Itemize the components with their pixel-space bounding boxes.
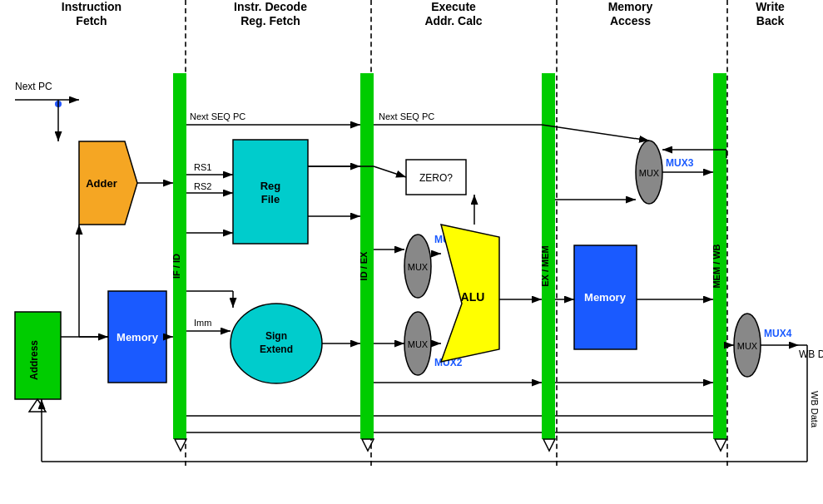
connections-svg: IF / ID ID / EX EX / MEM MEM / WB Adder … [0,0,823,504]
reg-file-label-1: Reg [260,180,281,192]
stage-if-header: InstructionFetch [8,0,175,28]
svg-point-14 [55,101,62,107]
svg-point-18 [404,235,431,298]
svg-rect-17 [406,160,466,195]
svg-rect-15 [233,140,308,244]
ex-mem-label: EX / MEM [540,245,550,287]
mux4-shape-label: MUX [737,341,758,351]
svg-marker-10 [79,141,137,225]
svg-rect-4 [542,73,555,439]
if-memory-label: Memory [117,331,159,343]
svg-line-35 [374,166,406,177]
divider-ex-mem [556,0,558,466]
svg-point-16 [231,304,322,383]
sign-extend-label-1: Sign [265,330,287,342]
imm-label: Imm [194,318,211,328]
svg-point-22 [636,141,662,204]
next-pc-label: Next PC [15,81,52,92]
pipeline-diagram: InstructionFetch Instr. DecodeReg. Fetch… [0,0,823,504]
next-seq-pc-2-label: Next SEQ PC [379,111,434,121]
mem-memory-label: Memory [584,291,627,304]
wb-data-vert: WB Data [810,391,820,428]
rs2-label: RS2 [194,181,211,191]
svg-marker-13 [29,399,46,412]
svg-line-28 [542,125,649,141]
zero-label: ZERO? [419,172,453,184]
stage-wb-header: WriteBack [722,0,818,28]
divider-if-id [185,0,186,466]
stage-id-header: Instr. DecodeReg. Fetch [187,0,354,28]
mux2-shape-label: MUX [408,339,429,349]
reg-file-label-2: File [261,193,280,205]
rs1-label: RS1 [194,162,211,172]
svg-marker-20 [441,225,499,362]
next-seq-pc-1-label: Next SEQ PC [190,111,245,121]
mux3-shape-label: MUX [639,168,660,178]
stage-ex-header: ExecuteAddr. Calc [366,0,541,28]
wb-data-label: WB Data [799,348,823,360]
mux4-label: MUX4 [764,328,792,339]
alu-label: ALU [461,290,485,304]
svg-point-19 [404,312,431,375]
svg-point-23 [734,314,761,377]
address-label: Address [28,340,40,380]
mux1-label: MUX1 [434,234,463,245]
divider-id-ex [370,0,372,466]
svg-rect-11 [108,291,166,383]
mux1-shape-label: MUX [408,262,429,272]
adder-label: Adder [86,177,117,190]
mux2-label: MUX2 [434,357,463,368]
divider-mem-wb [726,0,728,466]
sign-extend-label-2: Extend [260,343,293,355]
svg-rect-21 [574,245,637,349]
svg-marker-8 [543,439,555,451]
svg-marker-9 [715,439,726,451]
svg-rect-12 [15,312,61,399]
mux3-label: MUX3 [666,157,694,169]
stage-mem-header: MemoryAccess [553,0,707,28]
mem-wb-label: MEM / WB [711,244,721,288]
if-id-label: IF / ID [171,254,181,279]
id-ex-label: ID / EX [359,251,369,281]
svg-rect-5 [713,73,726,439]
